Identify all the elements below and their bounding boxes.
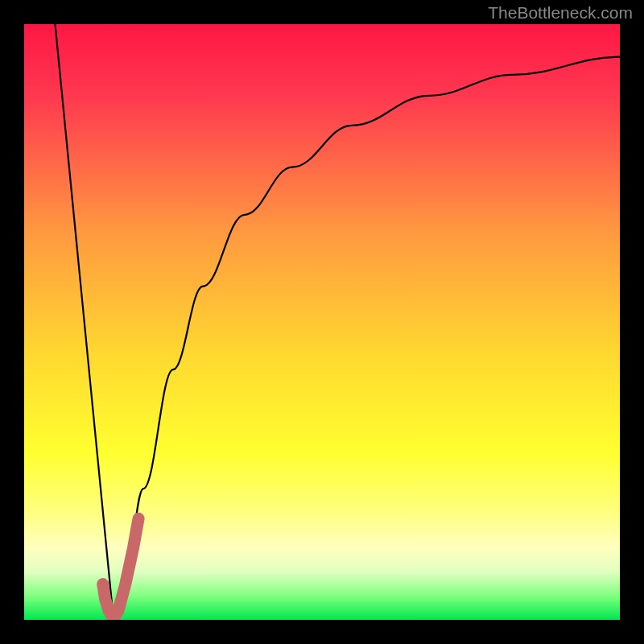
chart-lines [24, 24, 620, 620]
chart-container: TheBottleneck.com [0, 0, 644, 644]
chart-area [24, 24, 620, 620]
watermark-text: TheBottleneck.com [488, 3, 633, 23]
